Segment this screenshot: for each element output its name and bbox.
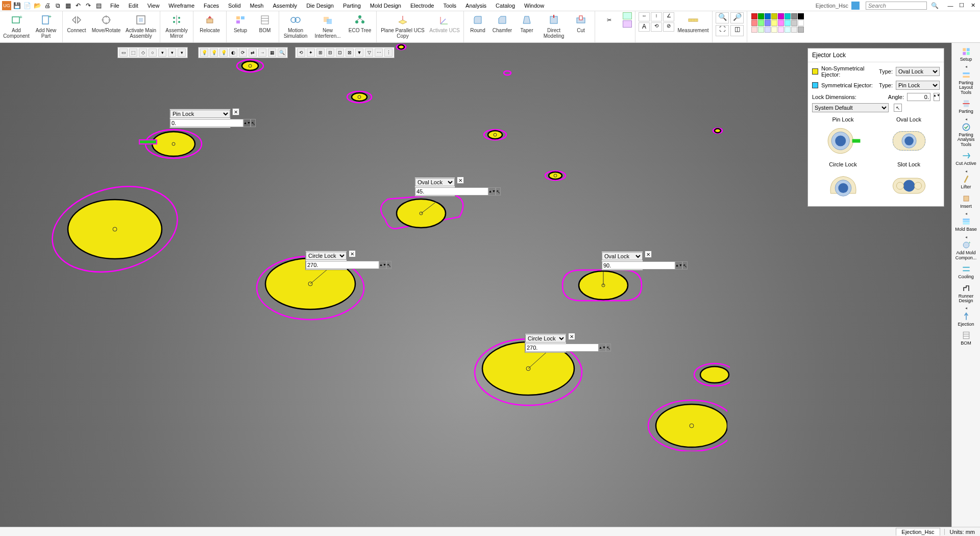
viewport[interactable]: ▭⬚◇○▾▾▾ 💡💡💡◐⟳⇄→▦🔍 ⟲✦⊞⊟⊡⊠▼▽⋯⋮ ✕ Pin Lock … bbox=[0, 43, 951, 527]
qat-btn[interactable]: ▤ bbox=[94, 1, 103, 10]
round-button[interactable]: Round bbox=[467, 12, 488, 33]
ejector-shape[interactable] bbox=[503, 70, 512, 76]
rf-icon[interactable]: ⊞ bbox=[316, 48, 325, 57]
bulb-icon[interactable]: 💡 bbox=[200, 48, 208, 57]
rf-icon[interactable]: ⊡ bbox=[336, 48, 344, 57]
color-swatch[interactable] bbox=[751, 13, 757, 19]
print-icon[interactable]: 🖨 bbox=[43, 1, 52, 10]
color-swatch[interactable] bbox=[751, 20, 757, 26]
toggle-icon[interactable] bbox=[623, 20, 632, 28]
pick-icon[interactable]: ↖ bbox=[894, 104, 902, 112]
menu-parting[interactable]: Parting bbox=[342, 2, 362, 10]
zoom-out-icon[interactable]: 🔎 bbox=[730, 12, 744, 23]
motion-simulation-button[interactable]: Motion Simulation bbox=[282, 12, 309, 39]
qat-btn[interactable]: ⧉ bbox=[53, 1, 62, 10]
assembly-mirror-button[interactable]: Assembly Mirror bbox=[163, 12, 190, 39]
color-swatch[interactable] bbox=[771, 20, 777, 26]
rb-mold-base[interactable]: ◂Mold Base bbox=[954, 211, 978, 233]
maximize-icon[interactable]: ☐ bbox=[957, 2, 967, 10]
sel-icon[interactable]: ○ bbox=[149, 48, 157, 57]
sel-icon[interactable]: ▾ bbox=[158, 48, 166, 57]
rb-setup[interactable]: Setup bbox=[954, 45, 978, 63]
menu-analysis[interactable]: Analysis bbox=[464, 2, 487, 10]
plane-parallel-ucs-button[interactable]: Plane Parallel UCS Copy bbox=[380, 12, 426, 39]
nonsym-type-select[interactable]: Oval Lock bbox=[896, 67, 940, 76]
lock-type-select[interactable]: Oval Lock bbox=[602, 252, 643, 260]
lock-option-circle[interactable]: Circle Lock bbox=[812, 161, 874, 203]
sel-icon[interactable]: ⬚ bbox=[129, 48, 137, 57]
vis-icon[interactable]: → bbox=[258, 48, 266, 57]
lock-option-oval[interactable]: Oval Lock bbox=[878, 116, 940, 158]
rb-parting-analysis[interactable]: ◂Parting Analysis Tools bbox=[954, 116, 978, 149]
bulb-icon[interactable]: 💡 bbox=[210, 48, 218, 57]
search-icon[interactable]: 🔍 bbox=[930, 1, 939, 10]
fit-icon[interactable]: ⛶ bbox=[716, 25, 729, 36]
angle-input[interactable] bbox=[602, 261, 675, 270]
bom-button[interactable]: BOM bbox=[254, 12, 276, 33]
ejector-shape[interactable] bbox=[635, 390, 727, 451]
color-swatch[interactable] bbox=[785, 13, 791, 19]
color-swatch[interactable] bbox=[778, 27, 784, 33]
chamfer-button[interactable]: Chamfer bbox=[492, 12, 513, 33]
color-swatch[interactable] bbox=[785, 27, 791, 33]
menu-mesh[interactable]: Mesh bbox=[249, 2, 265, 10]
dim-icon[interactable]: ⟲ bbox=[651, 22, 662, 32]
menu-assembly[interactable]: Assembly bbox=[272, 2, 298, 10]
rf-icon[interactable]: ⟲ bbox=[297, 48, 305, 57]
undo-icon[interactable]: ↶ bbox=[74, 1, 83, 10]
rb-cooling[interactable]: Cooling bbox=[954, 262, 978, 280]
angle-input[interactable] bbox=[525, 344, 599, 352]
rf-icon[interactable]: ⋯ bbox=[375, 48, 383, 57]
dim-icon[interactable]: ∠ bbox=[663, 12, 674, 21]
color-swatch[interactable] bbox=[785, 20, 791, 26]
save-icon[interactable]: 💾 bbox=[12, 1, 21, 10]
ejector-shape[interactable] bbox=[235, 58, 265, 74]
pick-icon[interactable]: ↖ bbox=[386, 261, 391, 269]
lock-type-select[interactable]: Oval Lock bbox=[415, 178, 455, 186]
minimize-icon[interactable]: — bbox=[945, 2, 955, 10]
new-interference-button[interactable]: New Interferen... bbox=[312, 12, 344, 39]
dim-icon[interactable]: ⊘ bbox=[663, 22, 674, 32]
color-swatch[interactable] bbox=[798, 27, 804, 33]
rb-ejection[interactable]: ◂Ejection bbox=[954, 305, 978, 328]
angle-input[interactable] bbox=[170, 119, 243, 127]
sel-icon[interactable]: ▾ bbox=[168, 48, 176, 57]
ejector-pin-lock[interactable] bbox=[135, 125, 207, 160]
rf-icon[interactable]: ⊠ bbox=[346, 48, 354, 57]
font-icon[interactable]: A bbox=[639, 22, 650, 32]
menu-tools[interactable]: Tools bbox=[442, 2, 457, 10]
connect-button[interactable]: Connect bbox=[66, 12, 87, 33]
close-icon[interactable]: ✕ bbox=[457, 177, 464, 184]
menu-edit[interactable]: Edit bbox=[128, 2, 139, 10]
close-icon[interactable]: ✕ bbox=[349, 250, 356, 257]
color-swatch[interactable] bbox=[791, 20, 797, 26]
color-swatch[interactable] bbox=[798, 20, 804, 26]
color-swatch[interactable] bbox=[765, 20, 771, 26]
menu-window[interactable]: Window bbox=[523, 2, 545, 10]
color-palette[interactable] bbox=[750, 12, 805, 34]
bulb-icon[interactable]: 💡 bbox=[219, 48, 228, 57]
redo-icon[interactable]: ↷ bbox=[84, 1, 93, 10]
new-icon[interactable]: 📄 bbox=[22, 1, 32, 10]
angle-input[interactable] bbox=[306, 261, 379, 269]
document-tab[interactable]: Ejection_Hsc bbox=[896, 528, 940, 535]
menu-wireframe[interactable]: Wireframe bbox=[167, 2, 195, 10]
menu-catalog[interactable]: Catalog bbox=[495, 2, 516, 10]
spinner[interactable]: ▲▼ bbox=[599, 344, 606, 352]
vis-icon[interactable]: ⇄ bbox=[249, 48, 257, 57]
color-swatch[interactable] bbox=[758, 13, 764, 19]
close-icon[interactable]: ✕ bbox=[232, 108, 239, 115]
color-swatch[interactable] bbox=[771, 13, 777, 19]
rf-icon[interactable]: ⊟ bbox=[326, 48, 334, 57]
rf-icon[interactable]: ▽ bbox=[365, 48, 373, 57]
activate-ucs-button[interactable]: Activate UCS bbox=[429, 12, 460, 33]
lock-option-pin[interactable]: Pin Lock bbox=[812, 116, 874, 158]
pick-icon[interactable]: ↖ bbox=[682, 261, 688, 270]
lock-type-select[interactable]: Pin Lock bbox=[170, 110, 230, 118]
close-icon[interactable]: ✕ bbox=[645, 251, 652, 258]
menu-die-design[interactable]: Die Design bbox=[305, 2, 335, 10]
rf-icon[interactable]: ✦ bbox=[307, 48, 315, 57]
lock-type-select[interactable]: Circle Lock bbox=[525, 334, 566, 343]
relocate-button[interactable]: Relocate bbox=[197, 12, 223, 33]
rf-icon[interactable]: ⋮ bbox=[384, 48, 393, 57]
